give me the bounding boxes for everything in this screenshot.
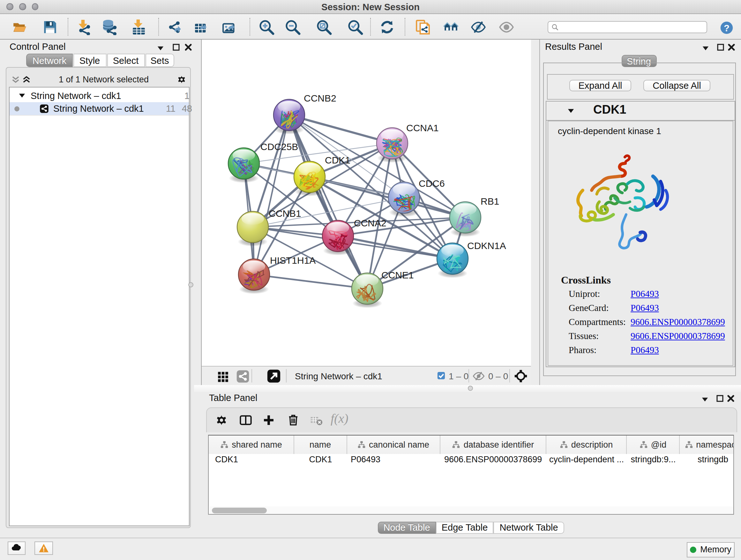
cell-sharedname[interactable]: CDK1 (209, 454, 294, 465)
import-network-database-button[interactable] (100, 18, 118, 36)
cell-id[interactable]: stringdb:9... (627, 454, 680, 465)
collapse-all-button[interactable]: Collapse All (643, 79, 711, 91)
column-header-sharedname[interactable]: shared name (209, 435, 294, 454)
export-network-button[interactable] (167, 18, 185, 36)
collection-expand-caret-icon[interactable] (18, 92, 25, 99)
horizontal-splitter[interactable] (194, 385, 741, 392)
panel-menu-icon[interactable] (702, 45, 709, 52)
open-session-button[interactable] (11, 18, 29, 36)
column-header-databaseidentifier[interactable]: database identifier (441, 435, 546, 454)
float-panel-icon[interactable] (716, 394, 724, 402)
tab-edge-table[interactable]: Edge Table (436, 521, 493, 534)
splitter-handle[interactable] (468, 386, 473, 391)
column-header-canonicalname[interactable]: canonical name (347, 435, 441, 454)
refresh-button[interactable] (378, 18, 396, 36)
memory-label: Memory (700, 545, 731, 555)
zoom-selected-button[interactable] (346, 18, 364, 36)
cell-canonicalname[interactable]: P06493 (347, 454, 441, 465)
control-panel: Control Panel NetworkStyleSelectSets 1 o… (3, 40, 194, 538)
cell-name[interactable]: CDK1 (294, 454, 347, 465)
save-session-button[interactable] (41, 18, 59, 36)
cell-namespace[interactable]: stringdb (680, 454, 734, 465)
panel-menu-icon[interactable] (157, 45, 164, 52)
split-columns-icon[interactable] (239, 414, 252, 426)
selected-checkbox-icon[interactable] (437, 372, 445, 380)
zoom-fit-button[interactable] (315, 18, 333, 36)
network-canvas[interactable]: CCNB2CCNA1CDC25BCDK1CDC6RB1CCNB1CCNA2CDK… (202, 40, 531, 366)
cell-databaseidentifier[interactable]: 9606.ENSP00000378699 (441, 454, 546, 465)
copy-style-button[interactable] (414, 18, 431, 36)
close-panel-icon[interactable] (727, 394, 735, 402)
node-CCNB1[interactable]: CCNB1 (237, 208, 301, 246)
delete-column-icon[interactable] (286, 413, 300, 426)
settings-gear-icon[interactable] (215, 414, 228, 426)
network-graph[interactable]: CCNB2CCNA1CDC25BCDK1CDC6RB1CCNB1CCNA2CDK… (202, 40, 530, 366)
hidden-eye-slash-icon[interactable] (472, 369, 485, 382)
zoom-out-button[interactable] (284, 18, 301, 36)
crosslink-link[interactable]: 9606.ENSP00000378699 (630, 317, 725, 327)
birds-eye-view-icon[interactable] (514, 369, 528, 383)
import-network-file-button[interactable] (74, 18, 92, 36)
float-panel-icon[interactable] (172, 44, 180, 51)
crosslinks-title: CrossLinks (561, 274, 611, 286)
add-column-icon[interactable] (262, 414, 275, 426)
open-in-window-icon[interactable] (267, 369, 281, 383)
table-scrollbar-track[interactable] (209, 506, 733, 514)
table-scrollbar-thumb[interactable] (212, 507, 267, 513)
tab-style[interactable]: Style (73, 54, 106, 67)
export-image-button[interactable] (221, 18, 239, 36)
memory-button[interactable]: Memory (687, 542, 735, 557)
home-networks-button[interactable] (442, 18, 460, 36)
node-RB1[interactable]: RB1 (450, 196, 499, 237)
expand-all-networks-icon[interactable] (22, 75, 30, 83)
network-collection-row[interactable]: String Network – cdk1 1 (10, 89, 189, 102)
share-network-icon[interactable] (236, 369, 250, 383)
network-edge-count: 48 (172, 104, 192, 114)
column-header-description[interactable]: description (546, 435, 627, 454)
network-row[interactable]: String Network – cdk1 11 48 (10, 102, 189, 116)
tab-sets[interactable]: Sets (145, 54, 174, 67)
column-header-namespace[interactable]: namespace (680, 435, 734, 454)
section-collapse-caret-icon[interactable] (567, 107, 574, 114)
crosslink-link[interactable]: P06493 (630, 289, 659, 300)
cloud-button[interactable] (7, 542, 25, 555)
collapse-all-networks-icon[interactable] (11, 75, 20, 83)
expand-all-button[interactable]: Expand All (569, 79, 631, 91)
search-input[interactable] (559, 22, 706, 32)
zoom-in-button[interactable] (258, 18, 275, 36)
crosslink-link[interactable]: P06493 (630, 303, 659, 314)
node-CCNA1[interactable]: CCNA1 (377, 123, 439, 163)
crosslink-link[interactable]: 9606.ENSP00000378699 (630, 331, 725, 341)
show-all-button[interactable] (497, 18, 515, 36)
panel-menu-icon[interactable] (701, 395, 708, 402)
tab-network-table[interactable]: Network Table (493, 521, 564, 534)
grid-view-icon[interactable] (217, 370, 229, 382)
network-options-gear-icon[interactable] (177, 74, 186, 84)
warnings-button[interactable] (35, 542, 53, 555)
tab-network[interactable]: Network (26, 54, 73, 67)
help-button[interactable] (718, 19, 736, 37)
export-table-button[interactable] (193, 18, 211, 36)
hide-selected-button[interactable] (469, 18, 487, 36)
crosslink-link[interactable]: P06493 (630, 345, 659, 356)
float-panel-icon[interactable] (717, 44, 724, 51)
function-builder-icon[interactable]: f(x) (331, 411, 348, 426)
column-header-name[interactable]: name (294, 435, 347, 454)
node-CCNE1[interactable]: CCNE1 (352, 270, 414, 308)
column-header-id[interactable]: @id (627, 435, 680, 454)
node-CDKN1A[interactable]: CDKN1A (437, 240, 506, 278)
node-label-HIST1H1A: HIST1H1A (270, 255, 316, 266)
node-CDC6[interactable]: CDC6 (388, 178, 445, 217)
import-table-button[interactable] (130, 18, 147, 36)
close-panel-icon[interactable] (728, 44, 735, 51)
node-HIST1H1A[interactable]: HIST1H1A (239, 255, 316, 294)
close-panel-icon[interactable] (185, 44, 192, 51)
node-CDK1[interactable]: CDK1 (294, 155, 350, 196)
delete-table-icon[interactable] (310, 414, 323, 426)
edge-HIST1H1A-CCNE1[interactable] (254, 274, 367, 289)
splitter-handle[interactable] (188, 282, 193, 287)
tab-select[interactable]: Select (107, 54, 145, 67)
tab-node-table[interactable]: Node Table (378, 521, 436, 534)
node-CDC25B[interactable]: CDC25B (228, 141, 298, 183)
cell-description[interactable]: cyclin-dependent ... (546, 454, 627, 465)
